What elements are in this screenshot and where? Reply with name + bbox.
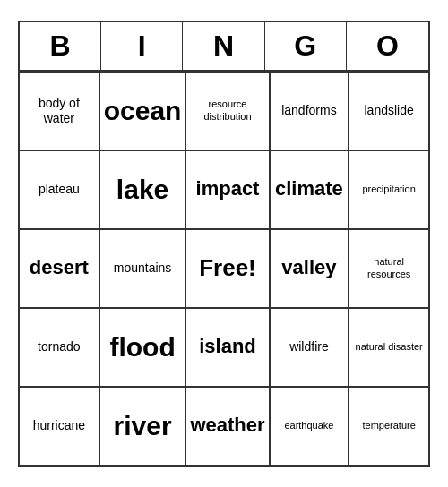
bingo-cell: temperature: [349, 387, 428, 466]
cell-text: temperature: [362, 420, 415, 431]
bingo-cell: landslide: [349, 72, 428, 150]
bingo-grid: body of wateroceanresource distributionl…: [20, 72, 428, 466]
cell-text: plateau: [39, 182, 80, 197]
cell-text: island: [199, 335, 256, 358]
bingo-card: BINGO body of wateroceanresource distrib…: [18, 21, 430, 467]
header-letter: N: [183, 22, 264, 70]
cell-text: resource distribution: [190, 98, 264, 122]
bingo-cell: earthquake: [270, 387, 349, 466]
bingo-cell: valley: [270, 229, 349, 308]
bingo-cell: island: [185, 308, 269, 387]
bingo-cell: impact: [185, 150, 269, 229]
bingo-cell: tornado: [20, 308, 99, 387]
cell-text: flood: [109, 331, 175, 363]
bingo-cell: flood: [99, 308, 186, 387]
cell-text: impact: [196, 177, 260, 201]
bingo-cell: natural disaster: [349, 308, 428, 387]
bingo-cell: weather: [185, 387, 269, 466]
cell-text: hurricane: [33, 418, 85, 433]
cell-text: mountains: [114, 261, 172, 276]
cell-text: ocean: [104, 95, 182, 127]
bingo-cell: wildfire: [270, 308, 349, 387]
bingo-cell: body of water: [20, 72, 99, 150]
header-letter: B: [20, 22, 101, 70]
cell-text: tornado: [38, 339, 80, 355]
bingo-cell: landforms: [270, 72, 349, 150]
cell-text: precipitation: [362, 184, 415, 195]
header-letter: G: [265, 22, 347, 70]
header-letter: I: [101, 22, 183, 70]
bingo-cell: river: [99, 387, 186, 466]
bingo-cell: plateau: [20, 150, 99, 229]
header-letter: O: [347, 22, 428, 70]
bingo-header: BINGO: [20, 22, 428, 72]
cell-text: river: [114, 410, 172, 442]
bingo-cell: desert: [20, 229, 99, 308]
cell-text: earthquake: [284, 420, 333, 431]
cell-text: natural disaster: [356, 341, 423, 353]
cell-text: landforms: [281, 103, 336, 118]
cell-text: landslide: [365, 103, 414, 118]
bingo-cell: hurricane: [20, 387, 99, 466]
cell-text: Free!: [199, 254, 256, 282]
cell-text: weather: [190, 414, 264, 437]
bingo-cell: precipitation: [349, 150, 428, 229]
cell-text: lake: [116, 174, 168, 206]
bingo-cell: lake: [99, 150, 186, 229]
bingo-cell: ocean: [99, 72, 186, 150]
bingo-cell: climate: [270, 150, 349, 229]
cell-text: wildfire: [289, 339, 329, 355]
cell-text: body of water: [23, 96, 95, 126]
cell-text: desert: [30, 256, 89, 279]
bingo-cell: mountains: [99, 229, 186, 308]
bingo-cell: natural resources: [349, 229, 428, 308]
cell-text: valley: [281, 256, 336, 279]
cell-text: climate: [275, 177, 343, 201]
cell-text: natural resources: [353, 256, 425, 279]
bingo-cell: resource distribution: [185, 72, 269, 150]
bingo-cell: Free!: [185, 229, 269, 308]
